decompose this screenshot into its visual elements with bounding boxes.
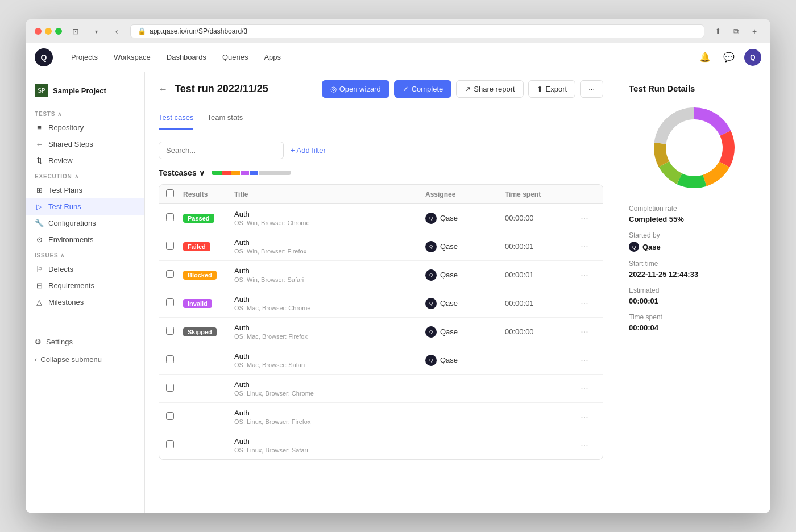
app-logo[interactable]: Q: [35, 48, 53, 66]
sidebar-item-environments[interactable]: ⊙ Environments: [26, 231, 144, 248]
row-title: Auth: [234, 238, 425, 247]
sidebar-item-shared-steps[interactable]: ← Shared Steps: [26, 136, 144, 152]
donut-chart: [629, 102, 759, 193]
time-cell: 00:00:01: [505, 271, 573, 279]
table-row[interactable]: Auth OS: Mac, Browser: Safari Q Qase ···: [159, 346, 603, 375]
row-select-checkbox[interactable]: [166, 270, 174, 278]
sidebar-item-defects[interactable]: ⚐ Defects: [26, 261, 144, 277]
row-select-checkbox[interactable]: [166, 440, 174, 448]
sidebar-item-repository[interactable]: ≡ Repository: [26, 119, 144, 136]
notifications-icon[interactable]: 🔔: [696, 49, 714, 66]
row-select-checkbox[interactable]: [166, 327, 174, 335]
table-row[interactable]: Invalid Auth OS: Mac, Browser: Chrome Q …: [159, 289, 603, 318]
col-time-spent: Time spent: [505, 190, 573, 198]
row-select-checkbox[interactable]: [166, 213, 174, 221]
duplicate-icon[interactable]: ⧉: [729, 24, 743, 38]
open-wizard-button[interactable]: ◎ Open wizard: [322, 80, 389, 98]
table-row[interactable]: Passed Auth OS: Win, Browser: Chrome Q Q…: [159, 204, 603, 232]
row-more-button[interactable]: ···: [573, 412, 596, 422]
share-browser-icon[interactable]: ⬆: [711, 24, 725, 38]
table-body: Passed Auth OS: Win, Browser: Chrome Q Q…: [159, 204, 603, 459]
row-more-button[interactable]: ···: [573, 242, 596, 252]
row-checkbox[interactable]: [166, 384, 183, 393]
row-subtitle: OS: Mac, Browser: Firefox: [234, 333, 425, 340]
row-checkbox[interactable]: [166, 327, 183, 336]
row-more-button[interactable]: ···: [573, 327, 596, 337]
address-bar[interactable]: 🔒 app.qase.io/run/SP/dashboard/3: [130, 24, 704, 38]
assignee-avatar: Q: [425, 298, 437, 309]
tabs-row: Test cases Team stats: [145, 106, 617, 130]
chat-icon[interactable]: 💬: [720, 49, 737, 66]
row-checkbox[interactable]: [166, 242, 183, 251]
row-select-checkbox[interactable]: [166, 355, 174, 363]
row-checkbox[interactable]: [166, 412, 183, 422]
sidebar-item-requirements[interactable]: ⊟ Requirements: [26, 277, 144, 294]
chevron-down-icon[interactable]: ▾: [89, 24, 103, 38]
configurations-icon: 🔧: [35, 219, 44, 227]
sidebar-item-milestones[interactable]: △ Milestones: [26, 294, 144, 310]
row-select-checkbox[interactable]: [166, 242, 174, 250]
assignee-cell: Q Qase: [425, 298, 505, 309]
more-actions-button[interactable]: ···: [580, 80, 603, 98]
row-title: Auth: [234, 210, 425, 218]
sidebar-toggle-icon[interactable]: ⊡: [69, 24, 82, 38]
sidebar-item-configurations[interactable]: 🔧 Configurations: [26, 215, 144, 231]
table-row[interactable]: Blocked Auth OS: Win, Browser: Safari Q …: [159, 261, 603, 289]
sidebar-item-test-plans[interactable]: ⊞ Test Plans: [26, 182, 144, 198]
search-input[interactable]: [159, 142, 284, 159]
minimize-button[interactable]: [45, 28, 52, 35]
project-icon: SP: [35, 84, 48, 97]
nav-item-apps[interactable]: Apps: [257, 49, 288, 65]
table-row[interactable]: Auth OS: Linux, Browser: Safari ···: [159, 431, 603, 459]
settings-item[interactable]: ⚙ Settings: [26, 333, 144, 351]
table-row[interactable]: Skipped Auth OS: Mac, Browser: Firefox Q…: [159, 318, 603, 346]
row-checkbox[interactable]: [166, 270, 183, 280]
tab-test-cases[interactable]: Test cases: [159, 106, 193, 130]
testcases-title[interactable]: Testcases ∨: [159, 168, 205, 177]
back-browser-icon[interactable]: ‹: [110, 24, 123, 38]
row-checkbox[interactable]: [166, 298, 183, 308]
row-checkbox[interactable]: [166, 355, 183, 365]
maximize-button[interactable]: [55, 28, 62, 35]
select-all-checkbox[interactable]: [166, 189, 174, 197]
back-button[interactable]: ←: [159, 84, 168, 94]
status-bar: [212, 171, 291, 175]
header-actions: ◎ Open wizard ✓ Complete ↗ Share report …: [322, 80, 603, 98]
close-button[interactable]: [35, 28, 42, 35]
sidebar-item-review[interactable]: ⇅ Review: [26, 152, 144, 169]
nav-right: 🔔 💬 Q: [696, 49, 761, 66]
table-row[interactable]: Auth OS: Linux, Browser: Firefox ···: [159, 403, 603, 431]
complete-button[interactable]: ✓ Complete: [394, 80, 452, 98]
sidebar-item-test-runs[interactable]: ▷ Test Runs: [26, 198, 144, 215]
new-tab-icon[interactable]: +: [748, 24, 761, 38]
table-row[interactable]: Auth OS: Linux, Browser: Chrome ···: [159, 375, 603, 403]
row-select-checkbox[interactable]: [166, 298, 174, 306]
share-report-button[interactable]: ↗ Share report: [456, 80, 523, 98]
row-checkbox[interactable]: [166, 213, 183, 223]
row-more-button[interactable]: ···: [573, 355, 596, 365]
row-more-button[interactable]: ···: [573, 384, 596, 394]
user-avatar[interactable]: Q: [744, 49, 761, 66]
nav-item-queries[interactable]: Queries: [215, 49, 255, 65]
skipped-bar: [250, 171, 258, 175]
status-badge: [183, 389, 217, 391]
row-more-button[interactable]: ···: [573, 440, 596, 451]
nav-item-workspace[interactable]: Workspace: [107, 49, 157, 65]
row-title: Auth: [234, 295, 425, 304]
nav-item-dashboards[interactable]: Dashboards: [160, 49, 213, 65]
row-more-button[interactable]: ···: [573, 213, 596, 223]
time-spent-stat: Time spent 00:00:04: [629, 313, 759, 332]
project-header[interactable]: SP Sample Project: [26, 79, 144, 102]
table-row[interactable]: Failed Auth OS: Win, Browser: Firefox Q …: [159, 232, 603, 261]
row-more-button[interactable]: ···: [573, 270, 596, 280]
row-checkbox[interactable]: [166, 440, 183, 450]
tab-team-stats[interactable]: Team stats: [207, 106, 243, 130]
row-select-checkbox[interactable]: [166, 412, 174, 420]
export-button[interactable]: ⬆ Export: [528, 80, 576, 98]
row-select-checkbox[interactable]: [166, 384, 174, 392]
row-more-button[interactable]: ···: [573, 298, 596, 309]
collapse-submenu[interactable]: ‹ Collapse submenu: [26, 351, 144, 368]
url-text: app.qase.io/run/SP/dashboard/3: [150, 27, 247, 35]
nav-item-projects[interactable]: Projects: [64, 49, 105, 65]
add-filter-button[interactable]: + Add filter: [291, 146, 326, 155]
